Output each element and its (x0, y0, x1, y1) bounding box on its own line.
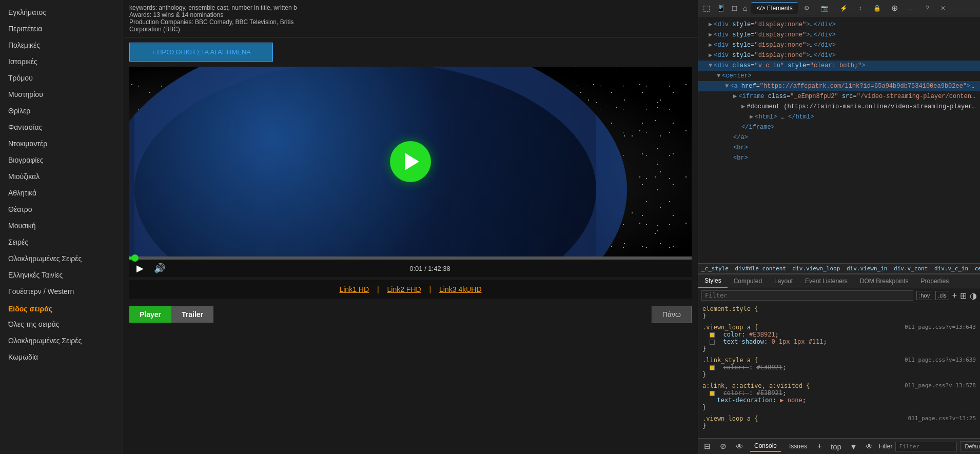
devtools-close-btn[interactable]: ✕ (935, 3, 951, 14)
styles-filter-input[interactable] (701, 290, 913, 301)
play-button[interactable] (390, 141, 431, 182)
style-prop-val-1-0[interactable]: #E3B921 (749, 331, 775, 338)
color-swatch-1-0[interactable] (710, 332, 715, 338)
devtools-inspect-btn[interactable]: ⬚ (700, 2, 713, 14)
devtools-eye-btn[interactable]: 👁 (733, 441, 746, 452)
sidebar-series-item-0[interactable]: Όλες της σειράς (0, 316, 123, 332)
dom-line-13[interactable]: <br> (698, 143, 980, 153)
breadcrumb-item-0[interactable]: _c_style (701, 265, 729, 272)
style-checkbox-1-1[interactable] (710, 340, 715, 345)
player-tab[interactable]: Player (129, 306, 171, 323)
styles-tab-5[interactable]: Properties (915, 274, 955, 288)
sidebar-category-3[interactable]: Ιστορικές (0, 53, 123, 70)
style-selector-0[interactable]: element.style { (702, 305, 758, 312)
style-prop-name-1-1[interactable]: text-shadow (716, 338, 763, 345)
dom-line-7[interactable]: ▼<a href="https://affcpatrk.com/link?id=… (698, 81, 980, 91)
devtools-dock-btn[interactable]: ⊟ (701, 440, 713, 452)
devtools-add-tab[interactable]: ⊕ (887, 1, 902, 15)
style-prop-name-3-0[interactable]: color:- (716, 389, 749, 397)
devtools-screenshot-btn[interactable]: □ (730, 2, 739, 14)
devtools-help-btn[interactable]: ? (920, 3, 934, 14)
sidebar-category-9[interactable]: Βιογραφίες (0, 152, 123, 168)
style-selector-2[interactable]: .link_style a { (702, 357, 758, 364)
dom-line-12[interactable]: </a> (698, 132, 980, 143)
styles-tab-2[interactable]: Layout (768, 274, 799, 288)
production-text[interactable]: BBC Comedy, BBC Television, Britis (195, 18, 293, 26)
cls-button[interactable]: .cls (935, 291, 949, 300)
volume-button[interactable]: 🔊 (152, 263, 167, 274)
sidebar-series-item-1[interactable]: Ολοκληρωμένες Σειρές (0, 332, 123, 349)
top-chevron[interactable]: ▼ (847, 441, 860, 452)
devtools-elements-tab[interactable]: </> Elements (751, 2, 798, 14)
styles-tab-3[interactable]: Event Listeners (799, 274, 854, 288)
style-selector-3[interactable]: a:link, a:active, a:visited { (702, 382, 810, 389)
sidebar-series-item-2[interactable]: Κωμωδία (0, 349, 123, 365)
breadcrumb-item-3[interactable]: div.viewn_in (847, 265, 887, 272)
sidebar-category-14[interactable]: Σειρές (0, 234, 123, 250)
sidebar-category-12[interactable]: Θέατρο (0, 201, 123, 218)
sidebar-category-16[interactable]: Ελληνικές Ταινίες (0, 267, 123, 283)
console-filter-input[interactable] (895, 442, 957, 451)
add-favorite-button[interactable]: + ΠΡΟΣΘΗΚΗ ΣΤΑ ΑΓΑΠΗΜΕΝΑ (129, 43, 273, 62)
sidebar-category-17[interactable]: Γουέστερν / Western (0, 283, 123, 300)
top-indicator[interactable]: top (828, 441, 844, 452)
devtools-bottom-add[interactable]: + (815, 442, 824, 451)
trailer-tab[interactable]: Trailer (171, 306, 213, 323)
color-swatch-3-0[interactable] (710, 391, 715, 396)
styles-tab-1[interactable]: Computed (728, 274, 768, 288)
style-file-4[interactable]: 011_page.css?v=13:25 (908, 415, 976, 422)
dom-line-14[interactable]: <br> (698, 153, 980, 163)
devtools-memory-btn[interactable]: ↕ (854, 3, 867, 14)
breadcrumb-item-6[interactable]: center (975, 265, 980, 272)
styles-color-scheme-icon[interactable]: ◑ (970, 291, 977, 301)
devtools-block-btn[interactable]: ⊘ (717, 440, 729, 452)
style-file-3[interactable]: 011_page.css?v=13:578 (905, 382, 976, 389)
style-selector-4[interactable]: .viewn_loop a { (702, 415, 758, 422)
styles-layout-icon[interactable]: ⊞ (960, 291, 967, 301)
styles-tab-4[interactable]: DOM Breakpoints (854, 274, 915, 288)
sidebar-category-6[interactable]: Θρίλερ (0, 103, 123, 119)
breadcrumb-item-2[interactable]: div.viewn_loop (793, 265, 840, 272)
dom-line-5[interactable]: ▼<div class="v_c_in" style="clear: both;… (698, 61, 980, 71)
devtools-performance-btn[interactable]: ⚡ (835, 3, 853, 14)
color-swatch-2-0[interactable] (710, 365, 715, 370)
style-prop-val-3-1[interactable]: ▶ none (780, 397, 802, 404)
dom-line-8[interactable]: ▶<iframe class="_eEmpn8fpU2" src="/video… (698, 91, 980, 102)
sidebar-category-10[interactable]: Μιούζικαλ (0, 168, 123, 185)
devtools-gear-btn[interactable]: ⚙ (799, 3, 815, 14)
dom-line-10[interactable]: ▶<html> … </html> (698, 112, 980, 122)
breadcrumb-item-5[interactable]: div.v_c_in (934, 265, 968, 272)
style-prop-name-3-1[interactable]: text-decoration (710, 397, 772, 404)
keywords-text[interactable]: anthology, ensemble cast, number in titl… (159, 4, 297, 11)
style-prop-val-3-0[interactable]: #E3B921 (756, 389, 782, 397)
sidebar-category-0[interactable]: Εγκλήματος (0, 4, 123, 21)
styles-tab-0[interactable]: Styles (698, 274, 728, 288)
sidebar-category-5[interactable]: Μυστηρίου (0, 86, 123, 103)
devtools-device-btn[interactable]: 📱 (714, 2, 729, 14)
sidebar-category-7[interactable]: Φαντασίας (0, 119, 123, 135)
style-prop-val-2-0[interactable]: #E3B921 (756, 364, 782, 371)
style-file-1[interactable]: 011_page.css?v=13:643 (905, 324, 976, 330)
styles-add-icon[interactable]: + (952, 291, 957, 300)
breadcrumb-item-1[interactable]: div#dle-content (735, 265, 786, 272)
sidebar-category-4[interactable]: Τρόμου (0, 70, 123, 86)
sidebar-category-11[interactable]: Αθλητικά (0, 185, 123, 201)
issues-tab[interactable]: Issues (785, 441, 811, 451)
dom-tree[interactable]: ▶<div style="display:none">…</div>▶<div … (698, 16, 980, 263)
dom-line-4[interactable]: ▶<div style="display:none">…</div> (698, 50, 980, 61)
style-selector-1[interactable]: .viewn_loop a { (702, 324, 758, 331)
link2[interactable]: Link2 FHD (387, 285, 421, 293)
link3[interactable]: Link3 4kUHD (439, 285, 481, 293)
sidebar-category-13[interactable]: Μουσική (0, 218, 123, 234)
play-pause-button[interactable]: ▶ (134, 263, 146, 274)
dom-line-11[interactable]: </iframe> (698, 122, 980, 132)
video-progress-bar[interactable] (129, 256, 692, 260)
devtools-home-btn[interactable]: ⌂ (740, 2, 750, 14)
devtools-camera-btn[interactable]: 📷 (816, 3, 834, 14)
production-end[interactable]: Corporation (BBC) (129, 26, 180, 33)
console-tab[interactable]: Console (750, 441, 781, 452)
sidebar-category-1[interactable]: Περιπέτεια (0, 21, 123, 37)
link1[interactable]: Link1 HD (339, 285, 369, 293)
dom-line-1[interactable]: ▶<div style="display:none">…</div> (698, 19, 980, 30)
video-progress-thumb[interactable] (131, 254, 139, 262)
